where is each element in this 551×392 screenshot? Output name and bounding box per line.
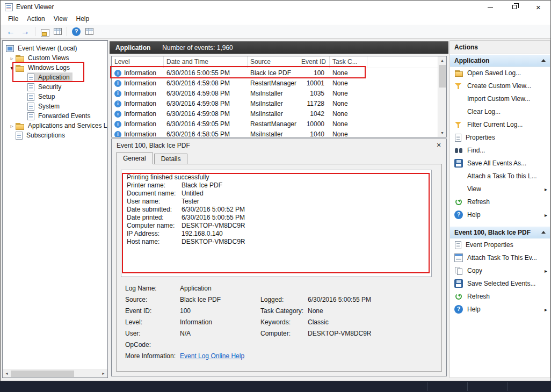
action-copy[interactable]: Copy bbox=[450, 264, 550, 277]
row-filler bbox=[367, 129, 438, 137]
forward-icon[interactable] bbox=[20, 27, 30, 37]
tree-item-subscriptions[interactable]: Subscriptions bbox=[3, 130, 107, 140]
action-filter-current-log[interactable]: Filter Current Log... bbox=[450, 118, 550, 131]
action-view[interactable]: View bbox=[450, 183, 550, 195]
column-header-date-time[interactable]: Date and Time bbox=[164, 56, 248, 68]
event-id-cell: 100 bbox=[301, 68, 330, 78]
tree-item-security[interactable]: Security bbox=[3, 82, 107, 92]
export-list-icon[interactable] bbox=[54, 28, 62, 35]
folder-icon bbox=[16, 54, 24, 62]
table-row[interactable]: Information6/30/2016 4:59:08 PMMsiInstal… bbox=[112, 99, 438, 109]
expand-chevron-icon[interactable] bbox=[8, 55, 16, 61]
table-row[interactable]: Information6/30/2016 5:00:55 PMBlack Ice… bbox=[112, 68, 438, 78]
table-row[interactable]: Information6/30/2016 4:59:08 PMMsiInstal… bbox=[112, 89, 438, 99]
minimize-button[interactable] bbox=[478, 1, 502, 13]
level-text: Information bbox=[124, 99, 156, 109]
menu-item-view[interactable]: View bbox=[49, 13, 72, 25]
action-label: Filter Current Log... bbox=[467, 121, 523, 128]
close-preview-icon[interactable]: × bbox=[434, 141, 443, 150]
scroll-right-icon[interactable]: ► bbox=[99, 370, 107, 378]
scroll-down-icon[interactable]: ▼ bbox=[438, 129, 446, 137]
expand-chevron-icon[interactable] bbox=[8, 123, 16, 129]
action-properties[interactable]: Properties bbox=[450, 131, 550, 144]
taskbar-separator bbox=[467, 382, 468, 391]
action-attach-a-task-to-this-l[interactable]: Attach a Task To this L... bbox=[450, 170, 550, 183]
tree-item-forwarded-events[interactable]: Forwarded Events bbox=[3, 111, 107, 121]
action-import-custom-view[interactable]: Import Custom View... bbox=[450, 92, 550, 105]
tab-general[interactable]: General bbox=[116, 153, 153, 164]
tree-item-windows-logs[interactable]: Windows Logs bbox=[3, 63, 107, 72]
action-refresh[interactable]: Refresh bbox=[450, 290, 550, 303]
tree-item-system[interactable]: System bbox=[3, 101, 107, 111]
event-message[interactable]: Printing finished successfullyPrinter na… bbox=[121, 170, 432, 277]
event-id-cell: 10001 bbox=[301, 78, 330, 89]
collapse-chevron-icon[interactable] bbox=[8, 65, 16, 71]
subscriptions-icon bbox=[16, 132, 23, 140]
field-label: Logged: bbox=[260, 296, 284, 303]
online-help-link[interactable]: Event Log Online Help bbox=[180, 352, 244, 360]
tree-item-applications-and-services-logs[interactable]: Applications and Services Lo bbox=[3, 121, 107, 130]
action-section-event-100-black-ice-pdf[interactable]: Event 100, Black Ice PDF bbox=[450, 226, 550, 238]
event-list-vertical-scrollbar[interactable]: ▲ ▼ bbox=[438, 56, 446, 137]
table-row[interactable]: Information6/30/2016 4:59:08 PMMsiInstal… bbox=[112, 109, 438, 119]
tree-horizontal-scrollbar[interactable]: ◄ ► bbox=[3, 369, 107, 378]
field-label: Keywords: bbox=[260, 318, 291, 326]
action-clear-log[interactable]: Clear Log... bbox=[450, 105, 550, 118]
tree-item-event-viewer-local[interactable]: Event Viewer (Local) bbox=[3, 43, 107, 53]
datetime-cell: 6/30/2016 4:59:08 PM bbox=[164, 99, 248, 109]
message-label: User name: bbox=[127, 198, 182, 206]
task-icon bbox=[454, 253, 463, 262]
event-log-icon bbox=[27, 93, 34, 101]
action-attach-task-to-this-ev[interactable]: Attach Task To This Ev... bbox=[450, 251, 550, 264]
preview-pane: Event 100, Black Ice PDF × General Detai… bbox=[111, 139, 447, 376]
table-row[interactable]: Information6/30/2016 4:58:05 PMMsiInstal… bbox=[112, 129, 438, 137]
collapse-icon[interactable] bbox=[541, 59, 546, 62]
action-find[interactable]: Find... bbox=[450, 144, 550, 157]
action-event-properties[interactable]: Event Properties bbox=[450, 238, 550, 251]
field-value: Black Ice PDF bbox=[180, 296, 221, 303]
task-category-cell: None bbox=[330, 119, 367, 129]
collapse-icon[interactable] bbox=[541, 231, 546, 234]
tree-item-application[interactable]: Application bbox=[3, 72, 107, 82]
scrollbar-thumb[interactable] bbox=[439, 65, 446, 88]
action-create-custom-view[interactable]: Create Custom View... bbox=[450, 79, 550, 92]
action-refresh[interactable]: Refresh bbox=[450, 195, 550, 208]
scroll-left-icon[interactable]: ◄ bbox=[3, 370, 11, 378]
menu-item-help[interactable]: Help bbox=[72, 13, 94, 25]
source-cell: MsiInstaller bbox=[248, 109, 301, 119]
column-header-level[interactable]: Level bbox=[112, 56, 164, 68]
taskbar-separator bbox=[508, 382, 508, 391]
message-label: Date submitted: bbox=[127, 206, 182, 214]
action-save-all-events-as[interactable]: Save All Events As... bbox=[450, 157, 550, 170]
action-help[interactable]: Help bbox=[450, 208, 550, 221]
column-header-event-id[interactable]: Event ID bbox=[301, 56, 330, 68]
console-tree-icon[interactable] bbox=[40, 28, 49, 35]
action-save-selected-events[interactable]: Save Selected Events... bbox=[450, 277, 550, 290]
submenu-arrow-icon bbox=[545, 307, 547, 313]
taskbar[interactable] bbox=[0, 381, 551, 392]
level-text: Information bbox=[124, 78, 156, 89]
action-open-saved-log[interactable]: Open Saved Log... bbox=[450, 67, 550, 79]
help-icon[interactable] bbox=[72, 27, 81, 36]
field-label: User: bbox=[125, 330, 179, 337]
scrollbar-thumb[interactable] bbox=[11, 371, 74, 377]
column-header-task-category[interactable]: Task C... bbox=[330, 56, 367, 68]
message-label: Host name: bbox=[127, 238, 182, 246]
restore-button[interactable] bbox=[502, 1, 526, 13]
action-pane-icon[interactable] bbox=[85, 28, 93, 35]
menu-item-file[interactable]: File bbox=[4, 13, 23, 25]
close-button[interactable]: × bbox=[526, 1, 550, 13]
field-value: Application bbox=[180, 285, 212, 292]
level-cell: Information bbox=[112, 89, 164, 99]
action-section-application[interactable]: Application bbox=[450, 54, 550, 67]
back-icon[interactable] bbox=[6, 27, 16, 37]
column-header-source[interactable]: Source bbox=[248, 56, 301, 68]
scroll-up-icon[interactable]: ▲ bbox=[438, 56, 446, 64]
tab-details[interactable]: Details bbox=[154, 154, 188, 164]
tree-item-custom-views[interactable]: Custom Views bbox=[3, 53, 107, 63]
menu-item-action[interactable]: Action bbox=[23, 13, 49, 25]
tree-item-setup[interactable]: Setup bbox=[3, 92, 107, 101]
action-help[interactable]: Help bbox=[450, 303, 550, 316]
table-row[interactable]: Information6/30/2016 4:59:08 PMRestartMa… bbox=[112, 78, 438, 89]
table-row[interactable]: Information6/30/2016 4:59:05 PMRestartMa… bbox=[112, 119, 438, 129]
